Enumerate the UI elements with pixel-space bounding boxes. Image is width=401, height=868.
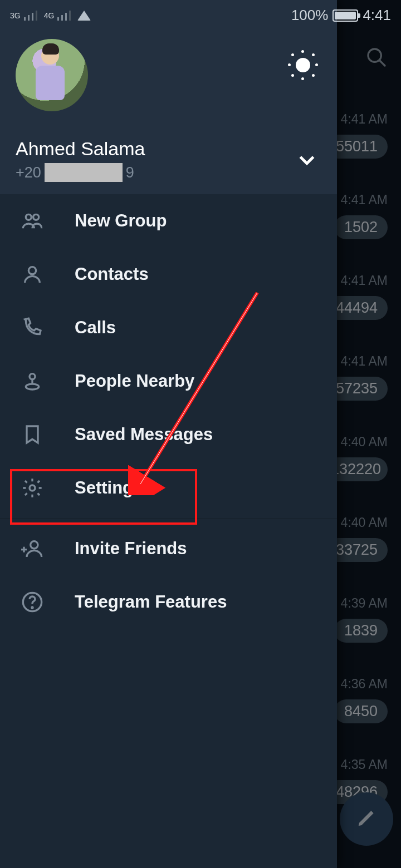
phone-country-code: +20 (16, 164, 41, 181)
help-icon (20, 591, 45, 613)
menu-item-invite-friends[interactable]: Invite Friends (0, 522, 337, 575)
navigation-drawer: Ahmed Salama +20 9 New Group Contacts (0, 0, 337, 868)
invite-icon (20, 537, 45, 560)
sun-icon (288, 50, 318, 80)
menu-item-settings[interactable]: Settings (0, 461, 337, 515)
phone-redacted (45, 163, 123, 182)
svg-point-8 (31, 541, 38, 549)
drawer-menu: New Group Contacts Calls People Nearby S… (0, 194, 337, 868)
menu-item-saved-messages[interactable]: Saved Messages (0, 408, 337, 461)
chevron-down-icon (296, 163, 318, 172)
menu-item-contacts[interactable]: Contacts (0, 248, 337, 301)
group-icon (20, 210, 45, 232)
menu-label: Invite Friends (75, 539, 187, 559)
status-left: 3G 4G (10, 11, 91, 21)
theme-toggle-button[interactable] (288, 50, 318, 80)
menu-divider (0, 518, 337, 519)
svg-point-7 (30, 485, 35, 491)
svg-point-4 (28, 267, 36, 274)
menu-item-new-group[interactable]: New Group (0, 194, 337, 248)
signal-icon: 3G (10, 11, 37, 21)
menu-label: Contacts (75, 264, 149, 284)
user-phone: +20 9 (16, 163, 321, 182)
menu-label: Settings (75, 478, 143, 498)
signal-icon: 4G (44, 11, 71, 21)
menu-label: People Nearby (75, 371, 194, 391)
user-name: Ahmed Salama (16, 138, 321, 160)
phone-tail: 9 (126, 164, 134, 181)
status-right: 100% 4:41 (291, 7, 391, 24)
svg-point-6 (26, 384, 38, 389)
person-icon (20, 263, 45, 285)
wifi-icon (77, 11, 91, 21)
nearby-icon (20, 370, 45, 392)
menu-label: Saved Messages (75, 425, 213, 445)
status-bar: 3G 4G 100% 4:41 (0, 0, 401, 31)
gear-icon (20, 477, 45, 499)
svg-point-2 (26, 214, 31, 220)
svg-point-5 (30, 374, 35, 379)
menu-label: New Group (75, 211, 167, 231)
menu-label: Calls (75, 318, 116, 338)
battery-percent: 100% (291, 7, 329, 24)
menu-label: Telegram Features (75, 592, 227, 612)
svg-point-3 (33, 214, 39, 220)
menu-item-telegram-features[interactable]: Telegram Features (0, 575, 337, 629)
phone-icon (20, 317, 45, 339)
account-expand-button[interactable] (296, 149, 318, 173)
clock: 4:41 (363, 7, 391, 24)
menu-item-calls[interactable]: Calls (0, 301, 337, 354)
battery-icon (332, 9, 358, 22)
svg-point-12 (32, 607, 33, 608)
bookmark-icon (20, 423, 45, 446)
menu-item-people-nearby[interactable]: People Nearby (0, 354, 337, 408)
avatar[interactable] (16, 39, 88, 111)
